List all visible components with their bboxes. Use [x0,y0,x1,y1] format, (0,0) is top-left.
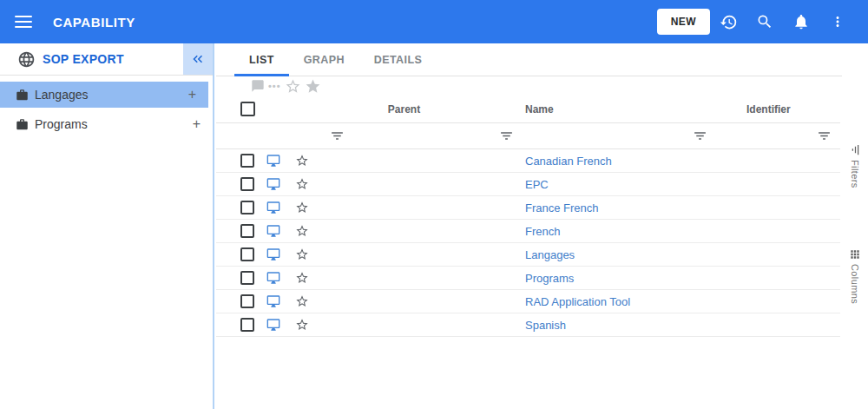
record-link[interactable]: Programs [525,272,574,285]
record-link[interactable]: Langages [525,248,575,261]
table-row[interactable]: Langages [216,243,840,267]
monitor-icon[interactable] [258,318,288,332]
selection-toolbar: ••• [216,76,868,96]
main-content: LIST GRAPH DETAILS ••• Parent Name Ident… [216,43,868,409]
new-button[interactable]: NEW [657,9,710,35]
notifications-icon[interactable] [783,4,819,39]
table-row[interactable]: Spanish [216,313,840,337]
filter-list-icon[interactable] [682,129,806,143]
monitor-icon[interactable] [258,271,288,285]
table-filter-row [216,123,840,149]
sidebar-tree: Langages + Programs + [0,76,213,137]
filters-panel-tab[interactable]: Filters [842,143,868,188]
table-row[interactable]: EPC [216,173,840,196]
column-header-parent[interactable]: Parent [319,103,489,115]
filter-list-icon[interactable] [489,129,682,143]
row-checkbox[interactable] [240,177,254,191]
monitor-icon[interactable] [258,177,288,191]
star-outline-icon[interactable] [288,154,319,168]
row-checkbox[interactable] [240,247,254,261]
monitor-icon[interactable] [258,154,288,168]
records-table: Parent Name Identifier De C [216,96,840,337]
monitor-icon[interactable] [258,247,288,261]
record-link[interactable]: French [525,225,560,238]
monitor-icon[interactable] [258,224,288,238]
sidebar-item-programs[interactable]: Programs + [0,111,213,137]
app-title: CAPABILITY [53,15,135,30]
star-outline-icon[interactable] [288,247,319,261]
columns-panel-tab[interactable]: Columns [842,248,868,304]
monitor-icon[interactable] [258,201,288,214]
view-tabs: LIST GRAPH DETAILS [216,43,868,76]
filter-list-icon[interactable] [806,129,840,143]
tab-list[interactable]: LIST [234,43,289,76]
add-child-button[interactable]: + [193,117,201,131]
record-link[interactable]: France French [525,201,599,214]
row-checkbox[interactable] [240,294,254,308]
column-header-identifier[interactable]: Identifier [682,103,806,115]
ellipsis-icon[interactable]: ••• [268,81,281,91]
more-vert-icon[interactable] [819,4,856,39]
row-checkbox[interactable] [240,224,254,238]
row-checkbox[interactable] [240,201,254,214]
collapse-sidebar-button[interactable] [183,43,213,75]
table-row[interactable]: French [216,220,840,243]
sidebar-item-label: Langages [35,88,89,102]
record-link[interactable]: Spanish [525,319,566,332]
top-app-bar: CAPABILITY NEW [0,0,868,43]
column-header-name[interactable]: Name [489,103,682,115]
star-outline-icon[interactable] [288,318,319,332]
row-checkbox[interactable] [240,154,254,168]
menu-icon[interactable] [15,16,32,28]
star-outline-icon[interactable] [288,294,319,308]
add-child-button[interactable]: + [188,88,196,102]
row-checkbox[interactable] [240,318,254,332]
star-outline-icon[interactable] [288,177,319,191]
star-outline-icon[interactable] [288,224,319,238]
columns-panel-label: Columns [850,264,860,304]
filters-panel-label: Filters [850,160,860,188]
sidebar: SOP EXPORT Langages + Programs + [0,43,214,409]
table-header-row: Parent Name Identifier De [216,96,840,123]
monitor-icon[interactable] [258,294,288,308]
history-icon[interactable] [710,4,746,39]
comment-icon[interactable] [251,79,265,93]
table-row[interactable]: Canadian French [216,149,840,173]
topbar-actions: NEW [657,4,856,39]
sidebar-title: SOP EXPORT [43,52,124,66]
grid-icon [849,248,861,261]
briefcase-icon [16,118,29,131]
sidebar-item-langages[interactable]: Langages + [0,82,208,108]
table-row[interactable]: RAD Application Tool [216,290,840,313]
star-outline-icon[interactable] [285,78,301,95]
tab-details[interactable]: DETAILS [359,43,437,76]
briefcase-icon [16,89,29,102]
select-all-checkbox[interactable] [240,102,255,116]
search-icon[interactable] [746,4,783,39]
record-link[interactable]: RAD Application Tool [525,295,630,308]
tab-graph[interactable]: GRAPH [289,43,359,76]
sidebar-item-label: Programs [35,117,88,131]
star-filled-icon[interactable] [305,78,321,95]
record-link[interactable]: Canadian French [525,155,612,168]
filter-list-icon[interactable] [319,129,489,143]
sidebar-header: SOP EXPORT [0,43,213,76]
star-outline-icon[interactable] [288,201,319,214]
star-outline-icon[interactable] [288,271,319,285]
row-checkbox[interactable] [240,271,254,285]
side-panel-rail: Filters Columns [842,43,868,409]
filter-list-icon [849,143,862,156]
column-header-description[interactable]: De [806,103,845,115]
table-row[interactable]: France French [216,196,840,220]
globe-icon [17,50,36,69]
table-row[interactable]: Programs [216,267,840,290]
record-link[interactable]: EPC [525,178,549,191]
